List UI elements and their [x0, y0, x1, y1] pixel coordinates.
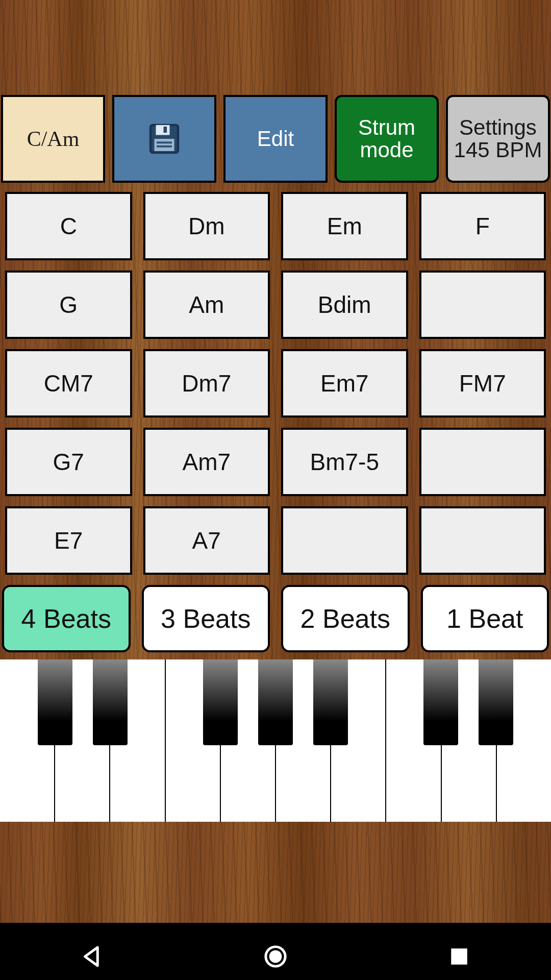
svg-rect-3 — [155, 139, 174, 151]
chord-button-em7[interactable]: Em7 — [281, 349, 408, 418]
chord-label: CM7 — [44, 370, 93, 397]
svg-point-7 — [269, 950, 282, 963]
chord-button-bm75[interactable]: Bm7-5 — [281, 428, 408, 496]
circle-home-icon — [262, 943, 289, 970]
chord-button-g[interactable]: G — [5, 271, 132, 339]
piano-keyboard — [0, 659, 551, 822]
settings-button[interactable]: Settings 145 BPM — [446, 95, 550, 183]
beat-button-4[interactable]: 4 Beats — [2, 585, 131, 652]
black-key[interactable] — [93, 659, 128, 745]
triangle-back-icon — [78, 943, 106, 970]
key-scale-label: C/Am — [27, 128, 80, 150]
chord-button-f[interactable]: F — [419, 192, 546, 260]
black-key[interactable] — [423, 659, 458, 745]
chord-label: Bm7-5 — [310, 448, 379, 476]
chord-button-em[interactable]: Em — [281, 192, 408, 260]
beat-label: 1 Beat — [446, 603, 523, 634]
chord-label: Dm — [188, 212, 225, 240]
beats-row: 4 Beats3 Beats2 Beats1 Beat — [0, 585, 551, 652]
edit-label: Edit — [257, 128, 294, 150]
top-toolbar: C/Am Edit Strum mode Settings — [0, 95, 551, 183]
strum-mode-label-line2: mode — [360, 139, 413, 161]
chord-label: FM7 — [459, 370, 506, 397]
chord-button-empty[interactable] — [281, 506, 408, 575]
svg-rect-4 — [157, 141, 172, 143]
chord-button-dm[interactable]: Dm — [143, 192, 270, 260]
nav-recent-button[interactable] — [445, 943, 473, 970]
chord-label: E7 — [54, 527, 83, 554]
chord-label: Dm7 — [182, 370, 231, 397]
black-key[interactable] — [38, 659, 72, 745]
black-key[interactable] — [479, 659, 513, 745]
key-scale-button[interactable]: C/Am — [1, 95, 105, 183]
chord-button-empty[interactable] — [419, 506, 546, 575]
settings-label-line1: Settings — [459, 116, 537, 139]
chord-button-fm7[interactable]: FM7 — [419, 349, 546, 418]
svg-rect-1 — [156, 125, 170, 135]
beat-button-1[interactable]: 1 Beat — [421, 585, 549, 652]
strum-mode-button[interactable]: Strum mode — [335, 95, 439, 183]
beat-button-2[interactable]: 2 Beats — [281, 585, 410, 652]
chord-label: C — [60, 212, 77, 240]
chord-grid: CDmEmFGAmBdimCM7Dm7Em7FM7G7Am7Bm7-5E7A7 — [0, 192, 551, 575]
edit-button[interactable]: Edit — [223, 95, 328, 183]
chord-button-empty[interactable] — [419, 428, 546, 496]
save-button[interactable] — [112, 95, 216, 183]
chord-label: A7 — [192, 527, 221, 554]
android-nav-bar — [0, 933, 551, 980]
wood-background: C/Am Edit Strum mode Settings — [0, 0, 551, 923]
nav-home-button[interactable] — [262, 943, 289, 970]
chord-label: Em7 — [320, 370, 369, 397]
svg-rect-8 — [451, 948, 467, 965]
chord-button-a7[interactable]: A7 — [143, 506, 270, 575]
chord-label: F — [475, 212, 490, 240]
status-bar-spacer — [0, 0, 551, 95]
chord-label: Am7 — [182, 448, 231, 476]
chord-label: Bdim — [318, 291, 371, 318]
chord-button-g7[interactable]: G7 — [5, 428, 132, 496]
svg-rect-2 — [164, 127, 167, 133]
chord-label: G7 — [53, 448, 84, 476]
chord-button-am[interactable]: Am — [143, 271, 270, 339]
nav-back-button[interactable] — [78, 943, 106, 970]
save-icon — [146, 120, 183, 157]
black-key[interactable] — [258, 659, 293, 745]
chord-label: Am — [189, 291, 224, 318]
strum-mode-label-line1: Strum — [358, 116, 415, 139]
beat-label: 4 Beats — [21, 603, 111, 634]
beat-label: 2 Beats — [300, 603, 390, 634]
chord-button-dm7[interactable]: Dm7 — [143, 349, 270, 418]
chord-button-cm7[interactable]: CM7 — [5, 349, 132, 418]
chord-label: G — [59, 291, 78, 318]
settings-label-line2: 145 BPM — [454, 139, 542, 161]
square-recent-icon — [445, 943, 473, 970]
chord-label: Em — [327, 212, 362, 240]
chord-button-bdim[interactable]: Bdim — [281, 271, 408, 339]
svg-rect-5 — [157, 145, 172, 148]
beat-button-3[interactable]: 3 Beats — [142, 585, 270, 652]
beat-label: 3 Beats — [161, 603, 251, 634]
black-key[interactable] — [313, 659, 348, 745]
chord-button-empty[interactable] — [419, 271, 546, 339]
chord-button-e7[interactable]: E7 — [5, 506, 132, 575]
chord-button-c[interactable]: C — [5, 192, 132, 260]
black-key[interactable] — [203, 659, 238, 745]
chord-button-am7[interactable]: Am7 — [143, 428, 270, 496]
